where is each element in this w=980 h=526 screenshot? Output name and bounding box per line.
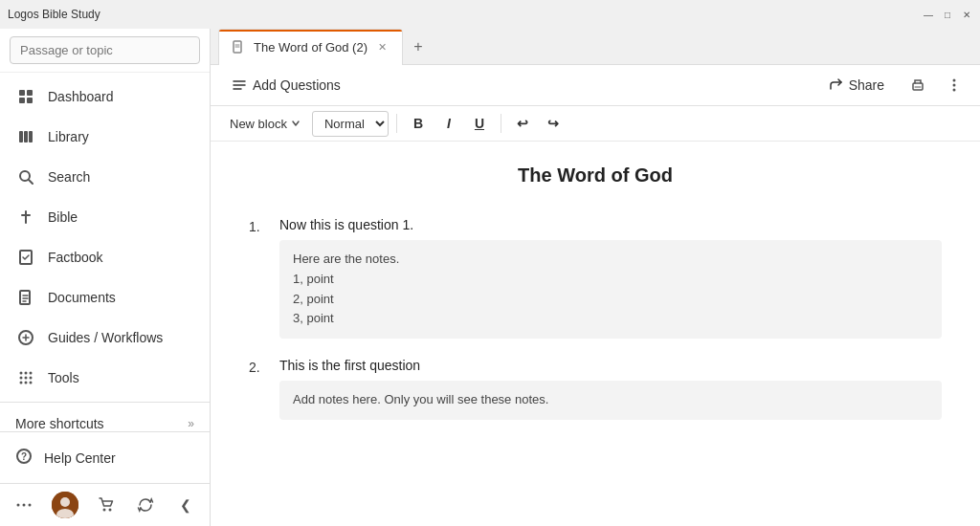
sidebar-label-library: Library (48, 129, 89, 144)
dropdown-arrow-icon (291, 119, 301, 128)
tabs-bar: The Word of God (2) ✕ + (211, 29, 980, 65)
sidebar-item-tools[interactable]: Tools (0, 358, 210, 398)
svg-text:?: ? (21, 451, 27, 462)
svg-rect-1 (27, 90, 33, 96)
tab-label: The Word of God (2) (254, 40, 368, 55)
sidebar-label-documents: Documents (48, 290, 116, 305)
share-icon (828, 77, 843, 93)
sidebar-item-help[interactable]: ? Help Center (0, 440, 210, 475)
sidebar-item-search[interactable]: Search (0, 157, 210, 197)
sidebar-item-bible[interactable]: Bible (0, 197, 210, 237)
close-button[interactable]: ✕ (961, 9, 972, 20)
tab-add-button[interactable]: + (405, 33, 432, 60)
text-style-select[interactable]: Normal (312, 111, 389, 137)
maximize-button[interactable]: □ (942, 9, 953, 20)
help-center-label: Help Center (44, 450, 116, 466)
tab-doc-icon (231, 39, 246, 55)
svg-point-34 (60, 497, 70, 507)
grid-small-icon (15, 367, 36, 388)
more-menu-button[interactable] (940, 71, 969, 99)
svg-rect-12 (20, 291, 30, 304)
svg-point-20 (25, 372, 28, 375)
sidebar-collapse-button[interactable]: ❮ (173, 492, 198, 518)
question-text-1: Now this is question 1. (279, 217, 942, 232)
app-title: Logos Bible Study (8, 8, 100, 21)
sidebar-label-bible: Bible (48, 209, 78, 225)
print-icon (910, 77, 925, 93)
more-options-button[interactable] (11, 492, 36, 518)
notes-box-2[interactable]: Add notes here. Only you will see these … (279, 381, 942, 420)
books-icon (15, 126, 36, 147)
svg-line-8 (29, 180, 33, 184)
sidebar-item-factbook[interactable]: Factbook (0, 237, 210, 277)
notes-line-1-1: Here are the notes. (293, 250, 928, 270)
notes-line-1-2: 1, point (293, 270, 928, 290)
undo-button[interactable]: ↩ (509, 110, 536, 137)
sidebar-item-documents[interactable]: Documents (0, 277, 210, 318)
sidebar-label-dashboard: Dashboard (48, 89, 114, 104)
question-item-2: 2. This is the first question Add notes … (249, 358, 942, 420)
new-block-button[interactable]: New block (222, 113, 308, 135)
doc-toolbar: Add Questions Share (211, 65, 980, 106)
svg-rect-3 (27, 98, 33, 103)
notes-box-1[interactable]: Here are the notes. 1, point 2, point 3,… (279, 240, 942, 339)
cart-button[interactable] (94, 492, 119, 518)
sync-button[interactable] (134, 492, 159, 518)
search-icon (15, 166, 36, 187)
doc-toolbar-left: Add Questions (222, 73, 350, 98)
svg-point-21 (30, 372, 33, 375)
help-icon: ? (15, 448, 33, 468)
bold-button[interactable]: B (405, 110, 432, 137)
svg-point-32 (28, 504, 31, 507)
svg-point-30 (16, 504, 19, 507)
avatar-button[interactable] (52, 492, 78, 518)
list-icon (232, 77, 247, 93)
shield-icon (15, 327, 36, 348)
sidebar-item-library[interactable]: Library (0, 117, 210, 157)
sidebar-bottom: ? Help Center (0, 431, 210, 483)
redo-button[interactable]: ↪ (540, 110, 567, 137)
sidebar-item-dashboard[interactable]: Dashboard (0, 77, 210, 117)
question-number-1: 1. (249, 217, 268, 339)
svg-point-46 (953, 79, 956, 82)
add-questions-button[interactable]: Add Questions (222, 73, 350, 98)
notes-line-1-3: 2, point (293, 290, 928, 310)
underline-button[interactable]: U (466, 110, 493, 137)
tab-close-button[interactable]: ✕ (375, 39, 390, 55)
add-questions-label: Add Questions (253, 77, 341, 93)
collapse-icon: ❮ (180, 497, 191, 513)
question-item-1: 1. Now this is question 1. Here are the … (249, 217, 942, 339)
editor-area[interactable]: The Word of God 1. Now this is question … (211, 142, 980, 526)
svg-point-37 (108, 509, 111, 512)
document-title: The Word of God (249, 164, 942, 186)
new-block-label: New block (230, 117, 287, 131)
question-content-1: Now this is question 1. Here are the not… (279, 217, 942, 339)
sidebar-item-guides[interactable]: Guides / Workflows (0, 318, 210, 358)
svg-rect-10 (21, 214, 31, 216)
more-shortcuts-button[interactable]: More shortcuts » (0, 406, 210, 431)
print-button[interactable] (903, 71, 932, 99)
tab-word-of-god[interactable]: The Word of God (2) ✕ (218, 29, 403, 65)
cross-icon (15, 207, 36, 228)
sidebar-search-area (0, 29, 210, 73)
minimize-button[interactable]: — (923, 9, 934, 20)
main-content: The Word of God (2) ✕ + Add Questions Sh… (211, 29, 980, 526)
share-label: Share (849, 77, 884, 93)
window-controls: — □ ✕ (923, 9, 972, 20)
doc-toolbar-right: Share (816, 71, 969, 99)
search-input[interactable] (10, 36, 200, 64)
sidebar-label-factbook: Factbook (48, 250, 103, 265)
sidebar: Dashboard Library (0, 29, 211, 526)
svg-point-22 (20, 377, 23, 380)
grid-icon (15, 86, 36, 107)
sidebar-divider (0, 402, 210, 403)
svg-point-25 (20, 382, 23, 384)
svg-point-31 (22, 504, 25, 507)
italic-button[interactable]: I (435, 110, 462, 137)
user-avatar (52, 492, 78, 518)
share-button[interactable]: Share (816, 73, 896, 98)
sidebar-label-search: Search (48, 169, 90, 185)
svg-rect-4 (19, 131, 23, 142)
toolbar-divider-1 (396, 114, 397, 133)
svg-rect-0 (19, 90, 25, 96)
